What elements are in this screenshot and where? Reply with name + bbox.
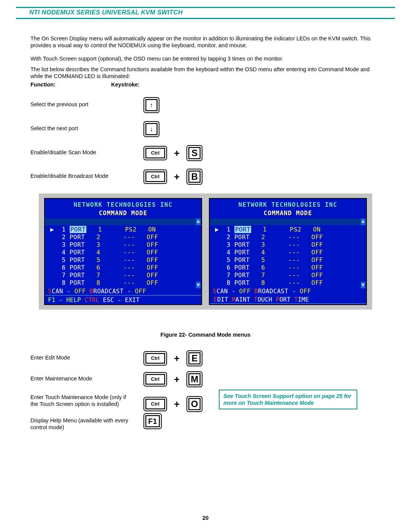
plus-icon: + xyxy=(174,398,180,411)
touch-screen-note: See Touch Screen Support option on page … xyxy=(219,390,357,409)
header-keystroke: Keystroke: xyxy=(111,81,140,88)
key-cell: Ctrl + S xyxy=(143,145,202,161)
plus-icon: + xyxy=(174,171,180,183)
port-row: 5 PORT 5 --- OFF xyxy=(215,256,366,264)
figure-caption: Figure 22- Command Mode menus xyxy=(0,331,411,338)
osd-footer: F1 - HELP CTRL ESC - EXIT xyxy=(210,304,366,305)
arrow-down-key-icon xyxy=(143,121,159,137)
port-row: 8 PORT 8 --- OFF xyxy=(215,279,366,287)
header-title: NTI NODEMUX SERIES UNIVERSAL KVM SWITCH xyxy=(29,8,183,16)
osd-scrollbar-track xyxy=(45,219,201,225)
plus-icon: + xyxy=(174,373,180,386)
func-label: Select the next port xyxy=(30,125,127,132)
func-row: Enter Maintenance Mode Ctrl + M xyxy=(30,375,127,382)
func-label: Display Help Menu (available with every … xyxy=(30,417,129,431)
key-cell: Ctrl + B xyxy=(143,169,202,185)
scroll-up-icon xyxy=(361,219,365,225)
paragraph-1: The On Screen Display menu will automati… xyxy=(30,35,381,49)
func-row: Enable/disable Broadcast Mode Ctrl + B xyxy=(30,173,127,179)
osd-screen: NETWORK TECHNOLOGIES INC COMMAND MODE ▶ … xyxy=(209,198,367,305)
port-row: ▶ 1 PORT 1 PS2 ON xyxy=(50,226,201,233)
port-row: 6 PORT 6 --- OFF xyxy=(50,264,201,272)
ctrl-key-icon: Ctrl xyxy=(143,397,167,411)
port-row: 7 PORT 7 --- OFF xyxy=(50,272,201,279)
page-number: 20 xyxy=(0,514,411,521)
key-cell: Ctrl + M xyxy=(143,371,202,387)
port-row: 6 PORT 6 --- OFF xyxy=(215,264,366,272)
header-function: Function: xyxy=(30,81,56,88)
osd-subtitle: COMMAND MODE xyxy=(210,209,366,219)
letter-key-icon: S xyxy=(186,145,202,161)
plus-icon: + xyxy=(174,147,180,160)
f1-key-icon: F1 xyxy=(143,413,162,429)
ctrl-key-icon: Ctrl xyxy=(143,169,167,184)
scroll-down-icon xyxy=(196,282,201,288)
func-label: Enter Edit Mode xyxy=(30,354,127,361)
arrow-up-key-icon xyxy=(143,97,159,113)
func-row: Enter Edit Mode Ctrl + E xyxy=(30,354,127,361)
port-row: 4 PORT 4 --- OFF xyxy=(50,249,201,256)
ctrl-key-icon: Ctrl xyxy=(143,372,167,387)
key-cell: Ctrl + O xyxy=(143,396,202,412)
osd-subtitle: COMMAND MODE xyxy=(45,209,201,219)
func-row: Display Help Menu (available with every … xyxy=(30,417,129,431)
port-row: 3 PORT 3 --- OFF xyxy=(50,241,201,249)
func-row: Enter Touch Maintenance Mode (only if th… xyxy=(30,394,129,407)
letter-key-icon: E xyxy=(186,350,202,366)
func-row: Select the previous port xyxy=(30,101,127,108)
document-page: NTI NODEMUX SERIES UNIVERSAL KVM SWITCH … xyxy=(0,0,411,532)
letter-key-icon: O xyxy=(186,396,202,412)
osd-scrollbar-track xyxy=(210,219,366,225)
func-label: Select the previous port xyxy=(30,101,127,108)
port-row: 8 PORT 8 --- OFF xyxy=(50,279,201,287)
port-row: 4 PORT 4 --- OFF xyxy=(215,249,366,256)
key-cell xyxy=(143,121,159,137)
osd-menu-row: EDIT MAINT TOUCH PORT TIME xyxy=(210,295,366,304)
letter-key-icon: M xyxy=(186,371,202,387)
port-row: ▶ 1 PORT 1 PS2 ON xyxy=(215,226,366,233)
ctrl-key-icon: Ctrl xyxy=(143,351,167,366)
osd-scan-line: SCAN - OFF BROADCAST - OFF xyxy=(45,287,201,295)
letter-key-icon: B xyxy=(186,169,202,185)
port-row: 3 PORT 3 --- OFF xyxy=(215,241,366,249)
ctrl-key-icon: Ctrl xyxy=(143,146,167,160)
plus-icon: + xyxy=(174,352,180,365)
port-row: 2 PORT 2 --- OFF xyxy=(215,233,366,241)
osd-port-list: ▶ 1 PORT 1 PS2 ON 2 PORT 2 --- OFF 3 POR… xyxy=(45,225,201,287)
scroll-up-icon xyxy=(196,219,201,225)
osd-title: NETWORK TECHNOLOGIES INC xyxy=(45,199,201,209)
osd-screen: NETWORK TECHNOLOGIES INC COMMAND MODE ▶ … xyxy=(44,198,202,305)
func-row: Select the next port xyxy=(30,125,127,132)
osd-footer: F1 - HELP CTRL ESC - EXIT xyxy=(45,296,201,305)
paragraph-3: The list below describes the Command fun… xyxy=(30,66,381,80)
func-label: Enable/disable Scan Mode xyxy=(30,149,127,156)
func-row: Enable/disable Scan Mode Ctrl + S xyxy=(30,149,127,156)
func-label: Enable/disable Broadcast Mode xyxy=(30,173,127,179)
func-label: Enter Touch Maintenance Mode (only if th… xyxy=(30,394,129,407)
key-cell: Ctrl + E xyxy=(143,350,202,366)
osd-title: NETWORK TECHNOLOGIES INC xyxy=(210,199,366,209)
port-row: 5 PORT 5 --- OFF xyxy=(50,256,201,264)
paragraph-2: With Touch Screen support (optional), th… xyxy=(30,55,381,62)
key-cell: F1 xyxy=(143,413,162,429)
port-row: 2 PORT 2 --- OFF xyxy=(50,233,201,241)
osd-screenshots: NETWORK TECHNOLOGIES INC COMMAND MODE ▶ … xyxy=(39,193,372,310)
func-label: Enter Maintenance Mode xyxy=(30,375,127,382)
osd-scan-line: SCAN - OFF BROADCAST - OFF xyxy=(210,287,366,295)
scroll-down-icon xyxy=(361,282,365,288)
osd-port-list: ▶ 1 PORT 1 PS2 ON 2 PORT 2 --- OFF 3 POR… xyxy=(210,225,366,287)
port-row: 7 PORT 7 --- OFF xyxy=(215,272,366,279)
key-cell xyxy=(143,97,159,113)
